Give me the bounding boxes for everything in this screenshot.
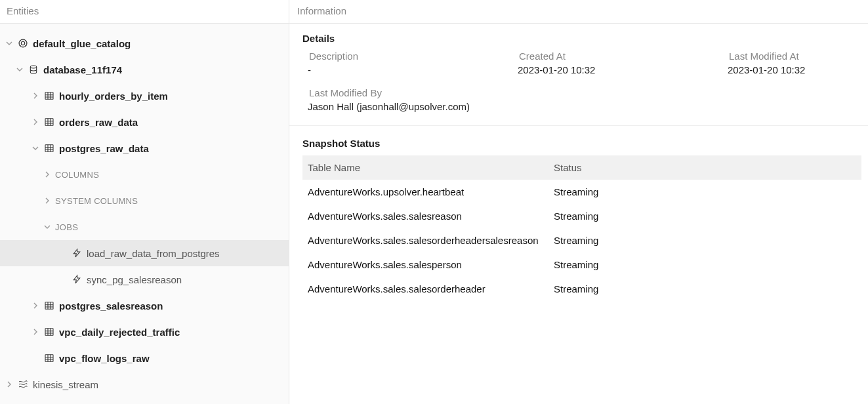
- svg-rect-7: [45, 329, 53, 336]
- tree-label: kinesis_stream: [33, 379, 98, 390]
- tree-table-postgres-raw[interactable]: postgres_raw_data: [0, 135, 289, 161]
- detail-label: Last Modified At: [722, 51, 855, 62]
- tree-catalog[interactable]: default_glue_catalog: [0, 30, 289, 56]
- chevron-down-icon: [5, 39, 13, 47]
- information-panel: Information Details Description - Create…: [289, 0, 868, 404]
- catalog-icon: [17, 37, 29, 49]
- tree-label: COLUMNS: [55, 170, 99, 180]
- table-row: AdventureWorks.sales.salesorderheadersal…: [302, 228, 861, 253]
- svg-point-1: [21, 41, 24, 45]
- chevron-down-icon: [31, 144, 39, 152]
- detail-value: 2023-01-20 10:32: [722, 64, 855, 75]
- tree-job-sync-salesreason[interactable]: sync_pg_salesreason: [0, 266, 289, 293]
- svg-rect-3: [45, 92, 53, 100]
- tree-table-vpc-rejected[interactable]: vpc_daily_rejected_traffic: [0, 319, 289, 345]
- snapshot-table: Table Name Status AdventureWorks.upsolve…: [302, 155, 861, 301]
- chevron-right-icon: [31, 118, 39, 126]
- svg-rect-5: [45, 145, 53, 152]
- detail-created-at: Created At 2023-01-20 10:32: [512, 51, 716, 75]
- detail-label: Description: [302, 51, 506, 62]
- detail-last-modified-by: Last Modified By Jason Hall (jasonhall@u…: [302, 87, 855, 112]
- detail-last-modified-at: Last Modified At 2023-01-20 10:32: [722, 51, 855, 75]
- chevron-right-icon: [43, 197, 51, 205]
- table-row: AdventureWorks.upsolver.heartbeat Stream…: [302, 180, 861, 204]
- tree-database[interactable]: database_11f174: [0, 56, 289, 83]
- tree-label: hourly_orders_by_item: [59, 91, 168, 102]
- table-row: AdventureWorks.sales.salesperson Streami…: [302, 253, 861, 277]
- tree-label: postgres_raw_data: [59, 143, 149, 154]
- tree-table-postgres-salesreason[interactable]: postgres_salesreason: [0, 293, 289, 319]
- tree-section-jobs[interactable]: JOBS: [0, 214, 289, 240]
- tree-system-tables[interactable]: System Tables: [0, 397, 289, 404]
- tree-table-vpc-flow[interactable]: vpc_flow_logs_raw: [0, 345, 289, 371]
- table-icon: [43, 352, 55, 364]
- tree-label: postgres_salesreason: [59, 300, 163, 312]
- entities-heading: Entities: [0, 0, 289, 24]
- tree-label: orders_raw_data: [59, 117, 138, 128]
- chevron-down-icon: [43, 223, 51, 231]
- svg-rect-4: [45, 119, 53, 126]
- details-heading: Details: [302, 33, 855, 44]
- details-section: Details Description - Created At 2023-01…: [289, 24, 868, 126]
- stream-icon: [17, 378, 29, 390]
- tree-label: load_raw_data_from_postgres: [87, 248, 220, 259]
- chevron-down-icon: [16, 66, 24, 73]
- column-header-status: Status: [548, 155, 861, 180]
- svg-point-2: [30, 66, 36, 68]
- job-icon: [71, 247, 83, 259]
- cell-table-name: AdventureWorks.sales.salesorderheader: [302, 277, 548, 301]
- entities-sidebar: Entities default_glue_catalog: [0, 0, 289, 404]
- table-icon: [43, 326, 55, 338]
- detail-label: Last Modified By: [302, 87, 855, 98]
- cell-table-name: AdventureWorks.sales.salesperson: [302, 253, 548, 277]
- detail-value: Jason Hall (jasonhall@upsolver.com): [302, 101, 855, 112]
- tree-job-load-raw-data[interactable]: load_raw_data_from_postgres: [0, 240, 289, 266]
- tree-label: default_glue_catalog: [33, 38, 131, 49]
- chevron-right-icon: [31, 92, 39, 100]
- cell-status: Streaming: [548, 228, 861, 253]
- table-icon: [43, 90, 55, 102]
- svg-rect-6: [45, 302, 53, 310]
- table-icon: [43, 116, 55, 128]
- database-icon: [28, 64, 39, 75]
- detail-value: 2023-01-20 10:32: [512, 64, 716, 75]
- tree-label: vpc_flow_logs_raw: [59, 353, 150, 364]
- entity-tree: default_glue_catalog database_11f174: [0, 24, 289, 404]
- job-icon: [71, 273, 83, 285]
- table-row: AdventureWorks.sales.salesreason Streami…: [302, 204, 861, 228]
- chevron-right-icon: [5, 380, 13, 388]
- chevron-right-icon: [31, 302, 39, 310]
- table-row: AdventureWorks.sales.salesorderheader St…: [302, 277, 861, 301]
- cell-status: Streaming: [548, 277, 861, 301]
- tree-label: sync_pg_salesreason: [87, 274, 182, 285]
- detail-label: Created At: [512, 51, 716, 62]
- cell-status: Streaming: [548, 204, 861, 228]
- tree-table-hourly-orders[interactable]: hourly_orders_by_item: [0, 83, 289, 109]
- table-icon: [43, 300, 55, 312]
- information-heading: Information: [289, 0, 868, 24]
- svg-rect-8: [45, 355, 53, 362]
- tree-section-system-columns[interactable]: SYSTEM COLUMNS: [0, 188, 289, 214]
- table-icon: [43, 142, 55, 154]
- tree-label: JOBS: [55, 222, 78, 232]
- snapshot-section: Snapshot Status Table Name Status Advent…: [289, 126, 868, 308]
- chevron-right-icon: [43, 171, 51, 178]
- column-header-table-name: Table Name: [302, 155, 548, 180]
- snapshot-heading: Snapshot Status: [302, 138, 861, 149]
- tree-label: database_11f174: [43, 64, 122, 75]
- detail-value: -: [302, 64, 506, 75]
- cell-table-name: AdventureWorks.sales.salesreason: [302, 204, 548, 228]
- tree-label: SYSTEM COLUMNS: [55, 196, 138, 206]
- chevron-right-icon: [31, 328, 39, 336]
- cell-table-name: AdventureWorks.upsolver.heartbeat: [302, 180, 548, 204]
- cell-status: Streaming: [548, 180, 861, 204]
- cell-table-name: AdventureWorks.sales.salesorderheadersal…: [302, 228, 548, 253]
- cell-status: Streaming: [548, 253, 861, 277]
- detail-description: Description -: [302, 51, 506, 75]
- tree-table-orders-raw[interactable]: orders_raw_data: [0, 109, 289, 135]
- tree-section-columns[interactable]: COLUMNS: [0, 161, 289, 188]
- tree-kinesis-stream[interactable]: kinesis_stream: [0, 371, 289, 397]
- tree-label: vpc_daily_rejected_traffic: [59, 327, 180, 338]
